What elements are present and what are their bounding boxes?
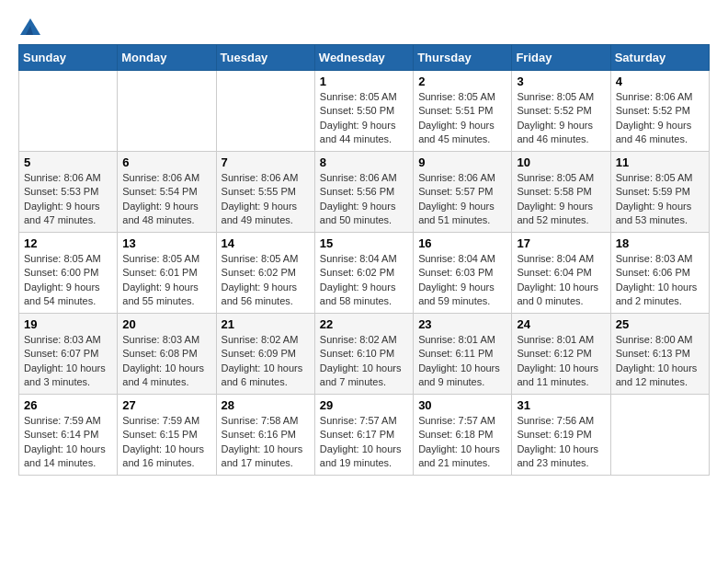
day-number: 24 <box>517 317 605 331</box>
day-detail: Sunrise: 7:59 AM Sunset: 6:15 PM Dayligh… <box>122 414 210 471</box>
day-number: 12 <box>24 236 112 250</box>
calendar-day-cell: 10Sunrise: 8:05 AM Sunset: 5:58 PM Dayli… <box>512 152 610 233</box>
day-detail: Sunrise: 8:03 AM Sunset: 6:08 PM Dayligh… <box>122 333 210 390</box>
day-number: 26 <box>24 398 112 412</box>
weekday-header-saturday: Saturday <box>610 45 709 71</box>
day-number: 31 <box>517 398 605 412</box>
day-detail: Sunrise: 8:04 AM Sunset: 6:03 PM Dayligh… <box>418 252 506 309</box>
day-detail: Sunrise: 8:05 AM Sunset: 6:01 PM Dayligh… <box>122 252 210 309</box>
calendar-day-cell: 4Sunrise: 8:06 AM Sunset: 5:52 PM Daylig… <box>610 71 709 152</box>
calendar-day-cell: 19Sunrise: 8:03 AM Sunset: 6:07 PM Dayli… <box>19 314 118 395</box>
day-number: 10 <box>517 155 605 169</box>
day-number: 4 <box>616 75 704 88</box>
day-detail: Sunrise: 8:06 AM Sunset: 5:55 PM Dayligh… <box>222 171 310 228</box>
day-detail: Sunrise: 8:06 AM Sunset: 5:57 PM Dayligh… <box>418 171 506 228</box>
day-number: 8 <box>320 155 408 169</box>
weekday-header-tuesday: Tuesday <box>216 45 314 71</box>
calendar-body: 1Sunrise: 8:05 AM Sunset: 5:50 PM Daylig… <box>19 71 710 476</box>
calendar-day-cell: 26Sunrise: 7:59 AM Sunset: 6:14 PM Dayli… <box>19 395 118 476</box>
day-detail: Sunrise: 8:05 AM Sunset: 5:59 PM Dayligh… <box>616 171 704 228</box>
calendar-day-cell: 15Sunrise: 8:04 AM Sunset: 6:02 PM Dayli… <box>314 233 413 314</box>
calendar-day-cell: 24Sunrise: 8:01 AM Sunset: 6:12 PM Dayli… <box>512 314 610 395</box>
calendar-day-cell: 11Sunrise: 8:05 AM Sunset: 5:59 PM Dayli… <box>610 152 709 233</box>
weekday-header-thursday: Thursday <box>414 45 512 71</box>
calendar-day-cell: 28Sunrise: 7:58 AM Sunset: 6:16 PM Dayli… <box>216 395 314 476</box>
calendar-day-cell: 23Sunrise: 8:01 AM Sunset: 6:11 PM Dayli… <box>414 314 512 395</box>
calendar-day-cell: 30Sunrise: 7:57 AM Sunset: 6:18 PM Dayli… <box>414 395 512 476</box>
calendar-day-cell: 2Sunrise: 8:05 AM Sunset: 5:51 PM Daylig… <box>414 71 512 152</box>
day-detail: Sunrise: 7:57 AM Sunset: 6:17 PM Dayligh… <box>320 414 408 471</box>
calendar-day-cell <box>19 71 118 152</box>
day-number: 23 <box>418 317 506 331</box>
day-detail: Sunrise: 8:02 AM Sunset: 6:09 PM Dayligh… <box>222 333 310 390</box>
weekday-header-row: SundayMondayTuesdayWednesdayThursdayFrid… <box>19 45 710 71</box>
calendar-day-cell <box>216 71 314 152</box>
day-detail: Sunrise: 8:05 AM Sunset: 5:58 PM Dayligh… <box>517 171 605 228</box>
calendar-day-cell: 5Sunrise: 8:06 AM Sunset: 5:53 PM Daylig… <box>19 152 118 233</box>
day-detail: Sunrise: 8:06 AM Sunset: 5:53 PM Dayligh… <box>24 171 112 228</box>
day-detail: Sunrise: 7:58 AM Sunset: 6:16 PM Dayligh… <box>222 414 310 471</box>
calendar-day-cell: 3Sunrise: 8:05 AM Sunset: 5:52 PM Daylig… <box>512 71 610 152</box>
day-number: 11 <box>616 155 704 169</box>
day-number: 14 <box>222 236 310 250</box>
calendar-day-cell: 29Sunrise: 7:57 AM Sunset: 6:17 PM Dayli… <box>314 395 413 476</box>
day-number: 21 <box>222 317 310 331</box>
day-detail: Sunrise: 7:56 AM Sunset: 6:19 PM Dayligh… <box>517 414 605 471</box>
day-detail: Sunrise: 8:05 AM Sunset: 6:02 PM Dayligh… <box>222 252 310 309</box>
calendar-day-cell: 7Sunrise: 8:06 AM Sunset: 5:55 PM Daylig… <box>216 152 314 233</box>
calendar-day-cell: 12Sunrise: 8:05 AM Sunset: 6:00 PM Dayli… <box>19 233 118 314</box>
logo-icon <box>20 18 40 35</box>
day-detail: Sunrise: 8:05 AM Sunset: 6:00 PM Dayligh… <box>24 252 112 309</box>
day-number: 29 <box>320 398 408 412</box>
weekday-header-sunday: Sunday <box>19 45 118 71</box>
calendar-day-cell: 8Sunrise: 8:06 AM Sunset: 5:56 PM Daylig… <box>314 152 413 233</box>
calendar-day-cell: 13Sunrise: 8:05 AM Sunset: 6:01 PM Dayli… <box>118 233 216 314</box>
weekday-header-monday: Monday <box>118 45 216 71</box>
calendar-table: SundayMondayTuesdayWednesdayThursdayFrid… <box>18 44 710 476</box>
day-number: 3 <box>517 75 605 88</box>
calendar-day-cell: 1Sunrise: 8:05 AM Sunset: 5:50 PM Daylig… <box>314 71 413 152</box>
day-number: 15 <box>320 236 408 250</box>
day-number: 16 <box>418 236 506 250</box>
day-number: 30 <box>418 398 506 412</box>
day-detail: Sunrise: 8:04 AM Sunset: 6:02 PM Dayligh… <box>320 252 408 309</box>
page-header <box>18 18 710 35</box>
day-detail: Sunrise: 8:01 AM Sunset: 6:11 PM Dayligh… <box>418 333 506 390</box>
day-number: 18 <box>616 236 704 250</box>
calendar-day-cell: 20Sunrise: 8:03 AM Sunset: 6:08 PM Dayli… <box>118 314 216 395</box>
day-number: 27 <box>122 398 210 412</box>
day-detail: Sunrise: 7:57 AM Sunset: 6:18 PM Dayligh… <box>418 414 506 471</box>
day-detail: Sunrise: 8:06 AM Sunset: 5:52 PM Dayligh… <box>616 90 704 147</box>
calendar-day-cell: 22Sunrise: 8:02 AM Sunset: 6:10 PM Dayli… <box>314 314 413 395</box>
logo <box>18 18 42 35</box>
calendar-day-cell: 14Sunrise: 8:05 AM Sunset: 6:02 PM Dayli… <box>216 233 314 314</box>
calendar-day-cell: 31Sunrise: 7:56 AM Sunset: 6:19 PM Dayli… <box>512 395 610 476</box>
day-number: 7 <box>222 155 310 169</box>
day-detail: Sunrise: 8:06 AM Sunset: 5:54 PM Dayligh… <box>122 171 210 228</box>
calendar-day-cell: 27Sunrise: 7:59 AM Sunset: 6:15 PM Dayli… <box>118 395 216 476</box>
calendar-day-cell: 18Sunrise: 8:03 AM Sunset: 6:06 PM Dayli… <box>610 233 709 314</box>
day-detail: Sunrise: 8:05 AM Sunset: 5:52 PM Dayligh… <box>517 90 605 147</box>
day-detail: Sunrise: 8:03 AM Sunset: 6:07 PM Dayligh… <box>24 333 112 390</box>
day-detail: Sunrise: 8:03 AM Sunset: 6:06 PM Dayligh… <box>616 252 704 309</box>
day-detail: Sunrise: 8:02 AM Sunset: 6:10 PM Dayligh… <box>320 333 408 390</box>
weekday-header-wednesday: Wednesday <box>314 45 413 71</box>
calendar-day-cell: 6Sunrise: 8:06 AM Sunset: 5:54 PM Daylig… <box>118 152 216 233</box>
calendar-week-row: 1Sunrise: 8:05 AM Sunset: 5:50 PM Daylig… <box>19 71 710 152</box>
day-number: 13 <box>122 236 210 250</box>
day-detail: Sunrise: 8:05 AM Sunset: 5:50 PM Dayligh… <box>320 90 408 147</box>
calendar-week-row: 12Sunrise: 8:05 AM Sunset: 6:00 PM Dayli… <box>19 233 710 314</box>
day-number: 2 <box>418 75 506 88</box>
day-detail: Sunrise: 8:06 AM Sunset: 5:56 PM Dayligh… <box>320 171 408 228</box>
day-number: 17 <box>517 236 605 250</box>
calendar-day-cell: 21Sunrise: 8:02 AM Sunset: 6:09 PM Dayli… <box>216 314 314 395</box>
day-number: 25 <box>616 317 704 331</box>
day-number: 9 <box>418 155 506 169</box>
day-number: 20 <box>122 317 210 331</box>
day-number: 5 <box>24 155 112 169</box>
calendar-week-row: 19Sunrise: 8:03 AM Sunset: 6:07 PM Dayli… <box>19 314 710 395</box>
calendar-day-cell: 25Sunrise: 8:00 AM Sunset: 6:13 PM Dayli… <box>610 314 709 395</box>
day-detail: Sunrise: 8:04 AM Sunset: 6:04 PM Dayligh… <box>517 252 605 309</box>
day-number: 22 <box>320 317 408 331</box>
day-detail: Sunrise: 8:01 AM Sunset: 6:12 PM Dayligh… <box>517 333 605 390</box>
